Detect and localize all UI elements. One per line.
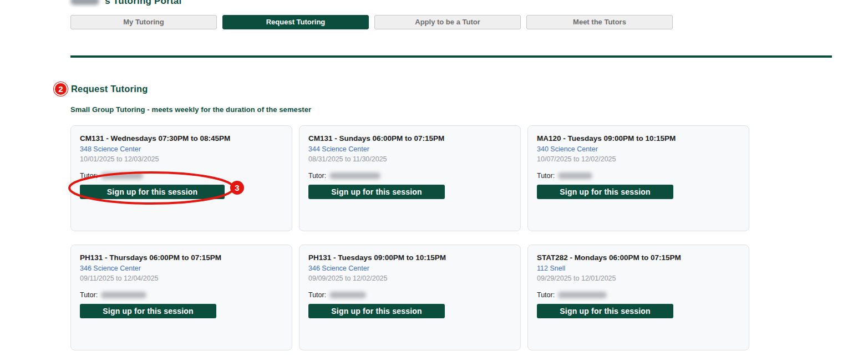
- session-card-stat282-mondays: STAT282 - Mondays 06:00PM to 07:15PM 112…: [527, 245, 749, 350]
- signup-button[interactable]: Sign up for this session: [308, 304, 445, 318]
- section-subheading: Small Group Tutoring - meets weekly for …: [70, 105, 832, 114]
- portal-tabs: My Tutoring Request Tutoring Apply to be…: [70, 15, 673, 29]
- tab-my-tutoring[interactable]: My Tutoring: [70, 15, 217, 29]
- session-location-link[interactable]: 344 Science Center: [308, 145, 511, 153]
- sessions-grid: CM131 - Wednesdays 07:30PM to 08:45PM 34…: [70, 125, 832, 350]
- session-card-cm131-wednesdays: CM131 - Wednesdays 07:30PM to 08:45PM 34…: [70, 125, 292, 231]
- redacted-tutor-name: [101, 172, 143, 179]
- session-dates: 09/11/2025 to 12/04/2025: [80, 274, 283, 282]
- signup-button[interactable]: Sign up for this session: [308, 185, 445, 199]
- session-card-ph131-tuesdays: PH131 - Tuesdays 09:00PM to 10:15PM 346 …: [299, 245, 521, 350]
- session-card-cm131-sundays: CM131 - Sundays 06:00PM to 07:15PM 344 S…: [299, 125, 521, 231]
- redacted-tutor-name: [329, 292, 366, 298]
- redacted-student-name: [70, 0, 99, 5]
- session-location-link[interactable]: 346 Science Center: [80, 265, 283, 272]
- page-title-text: 's Tutoring Portal: [103, 0, 181, 7]
- session-title: PH131 - Thursdays 06:00PM to 07:15PM: [80, 253, 283, 262]
- signup-button[interactable]: Sign up for this session: [80, 304, 216, 318]
- tutor-label: Tutor:: [308, 291, 326, 299]
- session-dates: 10/01/2025 to 12/03/2025: [80, 155, 283, 163]
- signup-button[interactable]: Sign up for this session: [537, 185, 673, 199]
- session-dates: 09/09/2025 to 12/02/2025: [308, 274, 511, 282]
- header-divider: [70, 55, 832, 58]
- tutor-label: Tutor:: [308, 172, 326, 180]
- session-location-link[interactable]: 348 Science Center: [80, 145, 283, 153]
- redacted-tutor-name: [558, 172, 592, 179]
- tutor-label: Tutor:: [80, 291, 98, 299]
- step-3-badge: 3: [230, 181, 244, 195]
- redacted-tutor-name: [329, 172, 380, 179]
- tab-meet-the-tutors[interactable]: Meet the Tutors: [526, 15, 673, 29]
- signup-button[interactable]: Sign up for this session: [80, 185, 225, 199]
- session-dates: 10/07/2025 to 12/02/2025: [537, 155, 740, 163]
- redacted-tutor-name: [101, 292, 146, 298]
- session-location-link[interactable]: 340 Science Center: [537, 145, 740, 153]
- session-card-ph131-thursdays: PH131 - Thursdays 06:00PM to 07:15PM 346…: [70, 245, 292, 350]
- tab-apply-to-be-a-tutor[interactable]: Apply to be a Tutor: [374, 15, 521, 29]
- session-title: CM131 - Sundays 06:00PM to 07:15PM: [308, 134, 511, 143]
- tab-request-tutoring[interactable]: Request Tutoring: [222, 15, 369, 29]
- session-location-link[interactable]: 112 Snell: [537, 265, 740, 272]
- tutor-label: Tutor:: [80, 172, 98, 180]
- tutor-label: Tutor:: [537, 291, 555, 299]
- redacted-tutor-name: [558, 292, 607, 298]
- tutor-label: Tutor:: [537, 172, 555, 180]
- session-title: STAT282 - Mondays 06:00PM to 07:15PM: [537, 253, 740, 262]
- step-2-badge: 2: [54, 82, 68, 96]
- tutoring-portal-page: 's Tutoring Portal My Tutoring Request T…: [0, 0, 868, 356]
- session-title: CM131 - Wednesdays 07:30PM to 08:45PM: [80, 134, 283, 143]
- session-card-ma120-tuesdays: MA120 - Tuesdays 09:00PM to 10:15PM 340 …: [527, 125, 749, 231]
- section-heading-row: 2 Request Tutoring: [54, 82, 832, 96]
- session-location-link[interactable]: 346 Science Center: [308, 265, 511, 272]
- page-title: 's Tutoring Portal: [70, 0, 832, 7]
- session-dates: 09/29/2025 to 12/01/2025: [537, 274, 740, 282]
- session-dates: 08/31/2025 to 11/30/2025: [308, 155, 511, 163]
- signup-button[interactable]: Sign up for this session: [537, 304, 673, 318]
- session-title: MA120 - Tuesdays 09:00PM to 10:15PM: [537, 134, 740, 143]
- session-title: PH131 - Tuesdays 09:00PM to 10:15PM: [308, 253, 511, 262]
- section-heading: Request Tutoring: [71, 84, 148, 94]
